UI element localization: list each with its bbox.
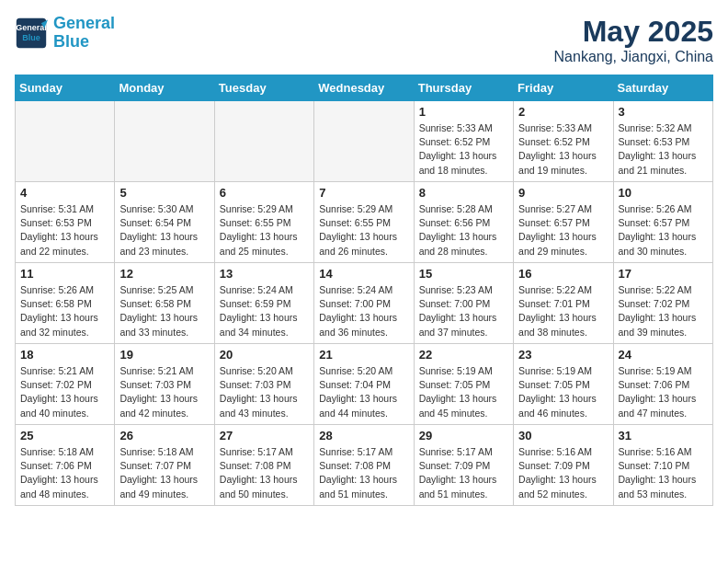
day-cell-30: 30Sunrise: 5:16 AMSunset: 7:09 PMDayligh…: [514, 425, 613, 506]
day-info: Sunrise: 5:19 AMSunset: 7:05 PMDaylight:…: [518, 364, 608, 420]
day-number: 9: [518, 186, 608, 200]
day-number: 25: [20, 429, 109, 442]
day-cell-20: 20Sunrise: 5:20 AMSunset: 7:03 PMDayligh…: [214, 344, 313, 425]
day-info: Sunrise: 5:21 AMSunset: 7:02 PMDaylight:…: [20, 364, 109, 420]
empty-cell: [314, 101, 414, 182]
day-number: 6: [220, 186, 309, 200]
day-number: 11: [20, 267, 109, 281]
day-number: 10: [619, 186, 708, 200]
day-info: Sunrise: 5:21 AMSunset: 7:03 PMDaylight:…: [119, 364, 209, 420]
day-number: 31: [619, 429, 708, 442]
day-cell-31: 31Sunrise: 5:16 AMSunset: 7:10 PMDayligh…: [613, 425, 712, 506]
week-row-1: 1Sunrise: 5:33 AMSunset: 6:52 PMDaylight…: [16, 101, 713, 182]
day-info: Sunrise: 5:19 AMSunset: 7:05 PMDaylight:…: [419, 364, 508, 420]
day-info: Sunrise: 5:16 AMSunset: 7:10 PMDaylight:…: [619, 445, 708, 501]
day-cell-1: 1Sunrise: 5:33 AMSunset: 6:52 PMDaylight…: [414, 101, 513, 182]
calendar-title: May 2025: [554, 15, 713, 49]
week-row-3: 11Sunrise: 5:26 AMSunset: 6:58 PMDayligh…: [16, 263, 713, 344]
day-number: 3: [619, 105, 708, 119]
day-number: 24: [619, 348, 708, 362]
day-cell-21: 21Sunrise: 5:20 AMSunset: 7:04 PMDayligh…: [314, 344, 414, 425]
day-number: 5: [119, 186, 209, 200]
calendar-body: 1Sunrise: 5:33 AMSunset: 6:52 PMDaylight…: [16, 101, 713, 506]
day-cell-5: 5Sunrise: 5:30 AMSunset: 6:54 PMDaylight…: [115, 182, 214, 263]
day-info: Sunrise: 5:23 AMSunset: 7:00 PMDaylight:…: [419, 283, 508, 339]
empty-cell: [16, 101, 115, 182]
day-number: 16: [518, 267, 608, 281]
week-row-4: 18Sunrise: 5:21 AMSunset: 7:02 PMDayligh…: [16, 344, 713, 425]
day-cell-8: 8Sunrise: 5:28 AMSunset: 6:56 PMDaylight…: [414, 182, 513, 263]
weekday-header-wednesday: Wednesday: [314, 75, 414, 101]
day-number: 17: [619, 267, 708, 281]
day-cell-7: 7Sunrise: 5:29 AMSunset: 6:55 PMDaylight…: [314, 182, 414, 263]
day-info: Sunrise: 5:33 AMSunset: 6:52 PMDaylight:…: [518, 121, 608, 178]
weekday-row: SundayMondayTuesdayWednesdayThursdayFrid…: [16, 75, 713, 101]
svg-text:General: General: [16, 23, 47, 32]
day-info: Sunrise: 5:16 AMSunset: 7:09 PMDaylight:…: [518, 445, 608, 501]
day-info: Sunrise: 5:17 AMSunset: 7:08 PMDaylight:…: [220, 445, 309, 501]
day-info: Sunrise: 5:20 AMSunset: 7:04 PMDaylight:…: [319, 364, 408, 420]
calendar-table: SundayMondayTuesdayWednesdayThursdayFrid…: [15, 75, 713, 506]
empty-cell: [214, 101, 313, 182]
day-number: 29: [419, 429, 508, 442]
day-info: Sunrise: 5:17 AMSunset: 7:08 PMDaylight:…: [319, 445, 408, 501]
day-info: Sunrise: 5:29 AMSunset: 6:55 PMDaylight:…: [220, 202, 309, 259]
day-info: Sunrise: 5:32 AMSunset: 6:53 PMDaylight:…: [619, 121, 708, 178]
weekday-header-tuesday: Tuesday: [214, 75, 313, 101]
day-info: Sunrise: 5:24 AMSunset: 6:59 PMDaylight:…: [220, 283, 309, 339]
title-area: May 2025 Nankang, Jiangxi, China: [554, 15, 713, 65]
day-number: 30: [518, 429, 608, 442]
empty-cell: [115, 101, 214, 182]
day-info: Sunrise: 5:26 AMSunset: 6:58 PMDaylight:…: [20, 283, 109, 339]
day-cell-27: 27Sunrise: 5:17 AMSunset: 7:08 PMDayligh…: [214, 425, 313, 506]
day-info: Sunrise: 5:18 AMSunset: 7:07 PMDaylight:…: [119, 445, 209, 501]
calendar-subtitle: Nankang, Jiangxi, China: [554, 49, 713, 65]
day-cell-10: 10Sunrise: 5:26 AMSunset: 6:57 PMDayligh…: [613, 182, 712, 263]
day-info: Sunrise: 5:19 AMSunset: 7:06 PMDaylight:…: [619, 364, 708, 420]
day-number: 8: [419, 186, 508, 200]
day-number: 13: [220, 267, 309, 281]
day-cell-13: 13Sunrise: 5:24 AMSunset: 6:59 PMDayligh…: [214, 263, 313, 344]
day-info: Sunrise: 5:33 AMSunset: 6:52 PMDaylight:…: [419, 121, 508, 178]
day-info: Sunrise: 5:22 AMSunset: 7:02 PMDaylight:…: [619, 283, 708, 339]
weekday-header-monday: Monday: [115, 75, 214, 101]
day-info: Sunrise: 5:20 AMSunset: 7:03 PMDaylight:…: [220, 364, 309, 420]
day-cell-2: 2Sunrise: 5:33 AMSunset: 6:52 PMDaylight…: [514, 101, 613, 182]
svg-text:Blue: Blue: [22, 33, 40, 42]
day-number: 22: [419, 348, 508, 362]
day-number: 26: [119, 429, 209, 442]
day-cell-9: 9Sunrise: 5:27 AMSunset: 6:57 PMDaylight…: [514, 182, 613, 263]
logo: General Blue General Blue: [15, 15, 115, 52]
day-cell-14: 14Sunrise: 5:24 AMSunset: 7:00 PMDayligh…: [314, 263, 414, 344]
day-number: 1: [419, 105, 508, 119]
day-cell-6: 6Sunrise: 5:29 AMSunset: 6:55 PMDaylight…: [214, 182, 313, 263]
day-cell-16: 16Sunrise: 5:22 AMSunset: 7:01 PMDayligh…: [514, 263, 613, 344]
day-number: 15: [419, 267, 508, 281]
day-info: Sunrise: 5:27 AMSunset: 6:57 PMDaylight:…: [518, 202, 608, 259]
day-info: Sunrise: 5:25 AMSunset: 6:58 PMDaylight:…: [119, 283, 209, 339]
day-number: 19: [119, 348, 209, 362]
day-info: Sunrise: 5:22 AMSunset: 7:01 PMDaylight:…: [518, 283, 608, 339]
weekday-header-thursday: Thursday: [414, 75, 513, 101]
day-cell-3: 3Sunrise: 5:32 AMSunset: 6:53 PMDaylight…: [613, 101, 712, 182]
day-cell-11: 11Sunrise: 5:26 AMSunset: 6:58 PMDayligh…: [16, 263, 115, 344]
day-info: Sunrise: 5:17 AMSunset: 7:09 PMDaylight:…: [419, 445, 508, 501]
day-cell-25: 25Sunrise: 5:18 AMSunset: 7:06 PMDayligh…: [16, 425, 115, 506]
day-cell-18: 18Sunrise: 5:21 AMSunset: 7:02 PMDayligh…: [16, 344, 115, 425]
weekday-header-saturday: Saturday: [613, 75, 712, 101]
header: General Blue General Blue May 2025 Nanka…: [15, 15, 713, 65]
day-info: Sunrise: 5:29 AMSunset: 6:55 PMDaylight:…: [319, 202, 408, 259]
day-cell-29: 29Sunrise: 5:17 AMSunset: 7:09 PMDayligh…: [414, 425, 513, 506]
day-number: 21: [319, 348, 408, 362]
day-number: 18: [20, 348, 109, 362]
day-cell-23: 23Sunrise: 5:19 AMSunset: 7:05 PMDayligh…: [514, 344, 613, 425]
day-number: 12: [119, 267, 209, 281]
weekday-header-friday: Friday: [514, 75, 613, 101]
week-row-5: 25Sunrise: 5:18 AMSunset: 7:06 PMDayligh…: [16, 425, 713, 506]
day-info: Sunrise: 5:24 AMSunset: 7:00 PMDaylight:…: [319, 283, 408, 339]
day-cell-26: 26Sunrise: 5:18 AMSunset: 7:07 PMDayligh…: [115, 425, 214, 506]
day-info: Sunrise: 5:18 AMSunset: 7:06 PMDaylight:…: [20, 445, 109, 501]
day-number: 27: [220, 429, 309, 442]
day-cell-12: 12Sunrise: 5:25 AMSunset: 6:58 PMDayligh…: [115, 263, 214, 344]
day-cell-22: 22Sunrise: 5:19 AMSunset: 7:05 PMDayligh…: [414, 344, 513, 425]
